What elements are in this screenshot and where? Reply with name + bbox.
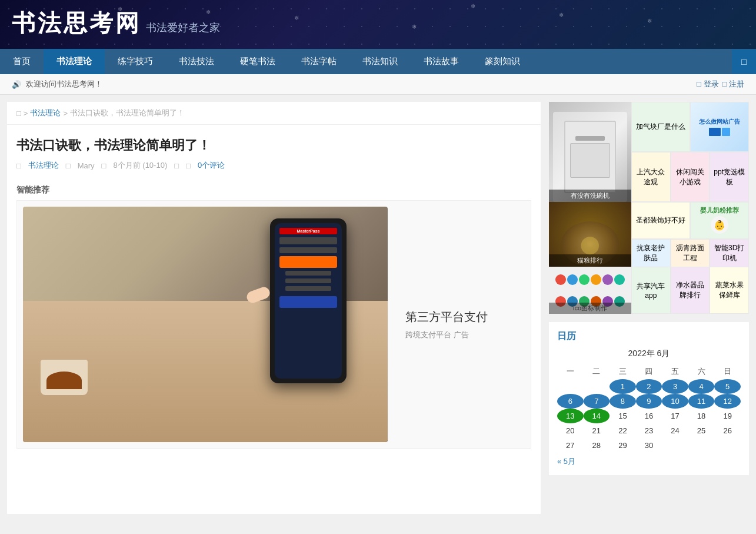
header-title: 书法思考网 书法爱好者之家 xyxy=(12,7,744,39)
meta-icon3: □ xyxy=(102,161,106,170)
smart-recommendation-label: 智能推荐 xyxy=(7,179,541,200)
ad-text: 第三方平台支付 跨境支付平台 广告 xyxy=(399,309,494,340)
meta-icon1: □ xyxy=(16,161,21,170)
ticker-text: 欢迎访问书法思考网！ xyxy=(26,79,102,89)
nav-story[interactable]: 书法故事 xyxy=(411,49,472,74)
cal-weekday-tue: 二 xyxy=(584,364,610,379)
nav-seal[interactable]: 篆刻知识 xyxy=(472,49,533,74)
breadcrumb: □ > 书法理论 > 书法口诀歌，书法理论简单明了！ xyxy=(7,102,541,125)
nav-copybook[interactable]: 书法字帖 xyxy=(288,49,349,74)
cal-weekday-sat: 六 xyxy=(688,364,715,379)
breadcrumb-sep2: > xyxy=(63,109,68,118)
cal-weekday-thu: 四 xyxy=(636,364,662,379)
meta-comments[interactable]: 0个评论 xyxy=(198,160,225,171)
cal-day[interactable]: 17 xyxy=(662,409,688,423)
cal-day[interactable]: 24 xyxy=(662,423,688,438)
cal-day[interactable]: 28 xyxy=(584,438,610,453)
cal-day[interactable]: 4 xyxy=(688,379,715,394)
breadcrumb-sep1: > xyxy=(24,109,28,118)
ticker-left: 🔊 欢迎访问书法思考网！ xyxy=(12,79,102,89)
cal-day[interactable]: 16 xyxy=(636,409,662,423)
cal-day[interactable]: 12 xyxy=(714,394,741,409)
cal-day[interactable]: 7 xyxy=(584,394,610,409)
site-name: 书法思考网 xyxy=(12,7,141,39)
ad-cell-website-ad[interactable]: 怎么做网站广告 xyxy=(690,102,749,152)
ad-title: 第三方平台支付 xyxy=(405,309,488,325)
cal-day[interactable]: 3 xyxy=(662,379,688,394)
cal-day[interactable]: 2 xyxy=(636,379,662,394)
cal-day xyxy=(714,438,741,453)
cal-day[interactable]: 27 xyxy=(557,438,584,453)
site-tagline: 书法爱好者之家 xyxy=(146,21,220,35)
login-link[interactable]: □ 登录 xyxy=(697,79,718,89)
cal-day[interactable]: 5 xyxy=(714,379,741,394)
cal-day[interactable]: 20 xyxy=(557,423,584,438)
cal-day[interactable]: 22 xyxy=(610,423,636,438)
calendar-nav: « 5月 xyxy=(557,456,741,467)
breadcrumb-home-icon[interactable]: □ xyxy=(16,109,21,118)
ico-image: ico图标制作 xyxy=(549,267,631,314)
cal-weekday-fri: 五 xyxy=(662,364,688,379)
nav-home[interactable]: 首页 xyxy=(0,49,44,74)
nav-search-button[interactable]: □ xyxy=(732,49,756,74)
ad-cell-volkswagen[interactable]: 上汽大众途观 xyxy=(631,152,671,202)
nav-practice[interactable]: 练字技巧 xyxy=(105,49,166,74)
ad-subtitle: 跨境支付平台 广告 xyxy=(405,330,488,340)
cal-day[interactable]: 6 xyxy=(557,394,584,409)
ad-cell-shengdu[interactable]: 圣都装饰好不好 xyxy=(631,202,690,239)
dishwasher-image: 有没有洗碗机 xyxy=(549,102,631,202)
ad-cell-asphalt[interactable]: 沥青路面工程 xyxy=(671,239,710,267)
ad-grid-mid: ⬤ 猫粮排行 圣都装饰好不好 婴儿奶粉推荐 👶 xyxy=(549,202,749,267)
cal-weekday-sun: 日 xyxy=(714,364,741,379)
ad-cell-vegetable[interactable]: 蔬菜水果保鲜库 xyxy=(710,267,749,314)
ad-cell-jiqizhang[interactable]: 加气块厂是什么 xyxy=(631,102,690,152)
header: ❄ ❄ ❄ ❄ ❄ ❄ ❄ 书法思考网 书法爱好者之家 xyxy=(0,0,756,49)
register-link[interactable]: □ 注册 xyxy=(722,79,744,89)
nav: 首页 书法理论 练字技巧 书法技法 硬笔书法 书法字帖 书法知识 书法故事 篆刻… xyxy=(0,49,756,74)
cal-day[interactable]: 23 xyxy=(636,423,662,438)
breadcrumb-cat-link[interactable]: 书法理论 xyxy=(30,108,61,118)
ad-grid-top: 有没有洗碗机 加气块厂是什么 怎么做网站广告 xyxy=(549,102,749,202)
ticker-right: □ 登录 □ 注册 xyxy=(697,79,744,89)
cal-day[interactable]: 21 xyxy=(584,423,610,438)
cal-day[interactable]: 9 xyxy=(636,394,662,409)
ad-cell-formula[interactable]: 婴儿奶粉推荐 👶 xyxy=(690,202,749,239)
ad-cell-carshare[interactable]: 共享汽车app xyxy=(631,267,671,314)
cal-day[interactable]: 15 xyxy=(610,409,636,423)
calendar-header: 日历 xyxy=(557,330,741,343)
cal-day[interactable]: 10 xyxy=(662,394,688,409)
ad-cell-skincare[interactable]: 抗衰老护肤品 xyxy=(631,239,671,267)
prev-month-link[interactable]: « 5月 xyxy=(557,456,575,467)
cal-day xyxy=(557,379,584,394)
ad-cell-3dprint[interactable]: 智能3D打印机 xyxy=(710,239,749,267)
cal-day[interactable]: 18 xyxy=(688,409,715,423)
meta-author: Mary xyxy=(78,161,95,170)
nav-knowledge[interactable]: 书法知识 xyxy=(349,49,411,74)
cal-day[interactable]: 30 xyxy=(636,438,662,453)
cal-day[interactable]: 13 xyxy=(557,409,584,423)
cal-weekday-mon: 一 xyxy=(557,364,584,379)
ad-cell-game[interactable]: 休闲闯关小游戏 xyxy=(671,152,710,202)
cal-day[interactable]: 25 xyxy=(688,423,715,438)
nav-hardpen[interactable]: 硬笔书法 xyxy=(227,49,288,74)
nav-technique[interactable]: 书法技法 xyxy=(166,49,227,74)
cal-day[interactable]: 14 xyxy=(584,409,610,423)
cal-weekday-wed: 三 xyxy=(610,364,636,379)
ad-cell-purifier[interactable]: 净水器品牌排行 xyxy=(671,267,710,314)
meta-date: 8个月前 (10-10) xyxy=(113,160,167,171)
cal-day[interactable]: 29 xyxy=(610,438,636,453)
ad-image: MasterPass xyxy=(23,207,388,442)
breadcrumb-current: 书法口诀歌，书法理论简单明了！ xyxy=(70,108,185,118)
cal-day[interactable]: 26 xyxy=(714,423,741,438)
cal-day[interactable]: 8 xyxy=(610,394,636,409)
ad-grid-bottom-right: 共享汽车app 净水器品牌排行 蔬菜水果保鲜库 xyxy=(631,267,749,314)
cal-day[interactable]: 1 xyxy=(610,379,636,394)
cal-day[interactable]: 11 xyxy=(688,394,715,409)
ad-grid-mid-right: 圣都装饰好不好 婴儿奶粉推荐 👶 抗衰老护肤品 沥青路面工程 智能3D打印机 xyxy=(631,202,749,267)
ticker-bar: 🔊 欢迎访问书法思考网！ □ 登录 □ 注册 xyxy=(0,74,756,95)
nav-theory[interactable]: 书法理论 xyxy=(44,49,105,74)
cal-day[interactable]: 19 xyxy=(714,409,741,423)
sidebar: 有没有洗碗机 加气块厂是什么 怎么做网站广告 xyxy=(549,102,749,514)
meta-category[interactable]: 书法理论 xyxy=(28,160,59,171)
ad-cell-ppt[interactable]: ppt竞选模板 xyxy=(710,152,749,202)
